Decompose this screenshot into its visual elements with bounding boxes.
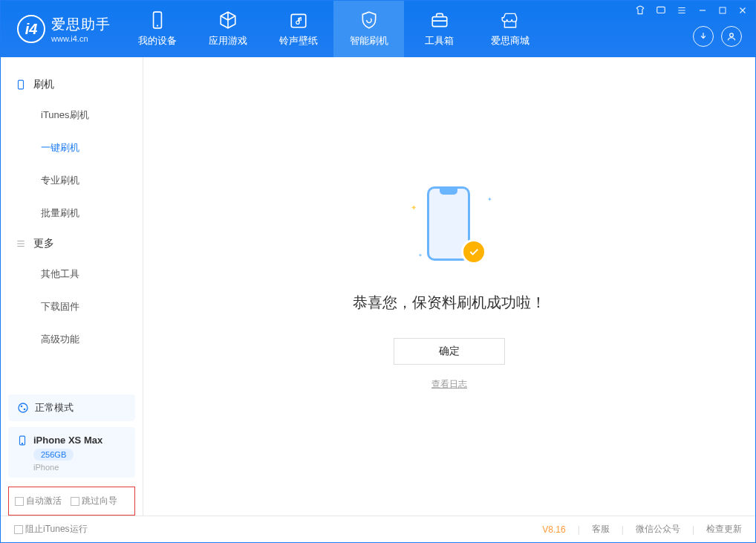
confirm-button[interactable]: 确定 [394, 338, 505, 365]
list-icon [16, 238, 26, 249]
skin-icon[interactable] [635, 5, 645, 16]
wechat-link[interactable]: 微信公众号 [636, 523, 680, 536]
svg-point-12 [22, 443, 22, 443]
device-icon [17, 435, 27, 446]
sidebar-group-flash: 刷机 [1, 71, 143, 99]
svg-point-10 [24, 409, 26, 411]
close-icon[interactable] [737, 5, 748, 16]
minimize-icon[interactable] [697, 5, 708, 16]
support-link[interactable]: 客服 [592, 523, 610, 536]
menu-icon[interactable] [677, 5, 687, 16]
svg-point-6 [730, 33, 734, 37]
success-illustration: ✦ ✦ ✦ [405, 183, 494, 272]
music-folder-icon [289, 10, 308, 30]
svg-rect-7 [19, 80, 24, 89]
cube-icon [218, 10, 238, 30]
app-name: 爱思助手 [51, 15, 111, 34]
sparkle-icon: ✦ [411, 204, 417, 212]
download-button[interactable] [693, 26, 714, 47]
nav-my-device[interactable]: 我的设备 [122, 1, 192, 57]
navbar: 我的设备 应用游戏 铃声壁纸 智能刷机 工具箱 爱思商城 [122, 1, 545, 57]
logo-icon: i4 [17, 15, 45, 43]
statusbar: 阻止iTunes运行 V8.16 | 客服 | 微信公众号 | 检查更新 [1, 516, 755, 542]
sidebar-item-advanced[interactable]: 高级功能 [41, 323, 143, 356]
nav-apps-games[interactable]: 应用游戏 [192, 1, 263, 57]
nav-ringtone-wallpaper[interactable]: 铃声壁纸 [263, 1, 333, 57]
device-card[interactable]: iPhone XS Max 256GB iPhone [8, 427, 135, 478]
account-button[interactable] [721, 26, 742, 47]
status-card[interactable]: 正常模式 [8, 394, 135, 421]
svg-rect-5 [720, 7, 726, 13]
version-label: V8.16 [542, 524, 565, 535]
view-log-link[interactable]: 查看日志 [431, 378, 467, 391]
header-right-circles [693, 26, 742, 47]
sparkle-icon: ✦ [487, 196, 492, 203]
sidebar-item-download-firmware[interactable]: 下载固件 [41, 290, 143, 323]
sidebar: 刷机 iTunes刷机 一键刷机 专业刷机 批量刷机 更多 其他工具 下载固件 … [1, 57, 143, 516]
device-name: iPhone XS Max [33, 435, 102, 446]
sidebar-item-oneclick-flash[interactable]: 一键刷机 [41, 131, 143, 164]
nav-smart-flash[interactable]: 智能刷机 [333, 1, 404, 57]
check-update-link[interactable]: 检查更新 [706, 523, 742, 536]
app-url: www.i4.cn [51, 34, 111, 43]
sidebar-item-other-tools[interactable]: 其他工具 [41, 258, 143, 290]
sidebar-item-batch-flash[interactable]: 批量刷机 [41, 197, 143, 230]
svg-rect-4 [657, 7, 665, 13]
nav-store[interactable]: 爱思商城 [475, 1, 545, 57]
main-content: ✦ ✦ ✦ 恭喜您，保资料刷机成功啦！ 确定 查看日志 [143, 57, 755, 516]
success-message: 恭喜您，保资料刷机成功啦！ [353, 293, 546, 313]
logo-area: i4 爱思助手 www.i4.cn [1, 1, 122, 57]
store-icon [501, 10, 520, 30]
svg-point-8 [19, 403, 27, 412]
highlighted-options: 自动激活 跳过向导 [8, 487, 135, 516]
shield-refresh-icon [359, 10, 379, 30]
device-type: iPhone [33, 463, 126, 472]
sparkle-icon: ✦ [418, 253, 423, 259]
check-badge-icon [461, 239, 486, 264]
svg-point-9 [21, 406, 23, 408]
device-icon [148, 10, 167, 30]
status-icon [17, 402, 29, 414]
checkbox-skip-guide[interactable]: 跳过向导 [71, 495, 117, 507]
phone-icon [16, 79, 26, 90]
device-storage: 256GB [33, 449, 74, 461]
window-controls [635, 5, 748, 16]
sidebar-item-itunes-flash[interactable]: iTunes刷机 [41, 99, 143, 131]
svg-point-1 [156, 25, 157, 27]
checkbox-auto-activate[interactable]: 自动激活 [15, 495, 62, 507]
checkbox-block-itunes[interactable]: 阻止iTunes运行 [14, 523, 88, 536]
sidebar-group-more: 更多 [1, 230, 143, 258]
feedback-icon[interactable] [656, 5, 666, 16]
sidebar-item-pro-flash[interactable]: 专业刷机 [41, 164, 143, 197]
toolbox-icon [430, 10, 449, 30]
nav-toolbox[interactable]: 工具箱 [404, 1, 475, 57]
maximize-icon[interactable] [718, 6, 727, 15]
svg-rect-3 [432, 17, 447, 27]
titlebar: i4 爱思助手 www.i4.cn 我的设备 应用游戏 铃声壁纸 智能刷机 工具… [1, 1, 755, 57]
